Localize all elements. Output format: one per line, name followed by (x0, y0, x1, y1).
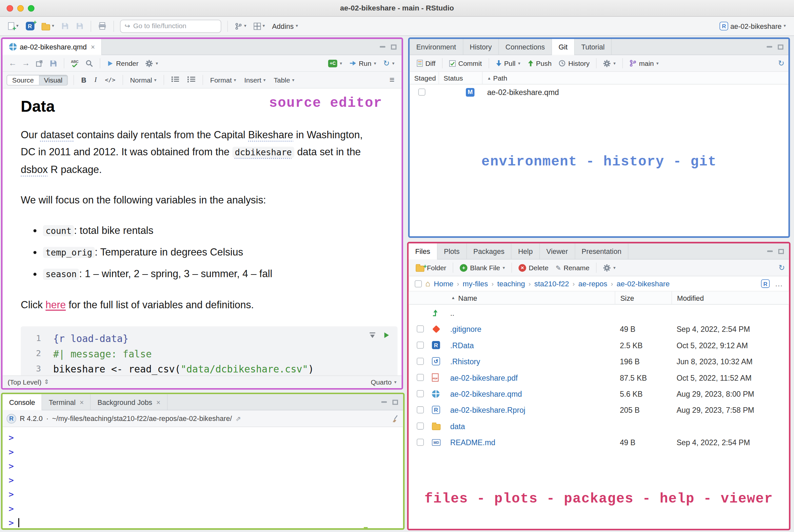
bullet-list-button[interactable] (167, 75, 183, 85)
new-folder-button[interactable]: Folder (413, 262, 449, 273)
minimize-window-button[interactable] (17, 5, 24, 12)
tab-git[interactable]: Git (552, 39, 575, 55)
breadcrumb-home[interactable]: Home (434, 280, 454, 288)
paragraph-style-dropdown[interactable]: Normal ▾ (127, 75, 160, 84)
scope-stepper-icon[interactable]: ⇕ (44, 378, 49, 385)
scope-indicator[interactable]: (Top Level) (7, 378, 41, 386)
close-tab-icon[interactable]: × (91, 43, 95, 51)
breadcrumb-ae-02-bikeshare[interactable]: ae-02-bikeshare (617, 280, 670, 288)
file-name-link[interactable]: data (450, 422, 465, 430)
minimize-pane-icon[interactable] (767, 251, 773, 252)
save-button[interactable] (58, 20, 72, 32)
file-row[interactable]: ae-02-bikeshare.pdf 87.5 KB Oct 5, 2022,… (409, 369, 789, 385)
git-settings-button[interactable]: ▾ (600, 58, 618, 69)
file-checkbox[interactable] (417, 439, 424, 446)
spellcheck-button[interactable]: ABC (68, 58, 81, 69)
tab-ae-02-bikeshare-qmd[interactable]: ae-02-bikeshare.qmd × (3, 39, 102, 55)
tab-environment[interactable]: Environment (410, 39, 463, 55)
document-mode[interactable]: Quarto (371, 378, 392, 386)
push-button[interactable]: Push (524, 58, 555, 69)
staged-checkbox[interactable] (418, 89, 426, 96)
tab-help[interactable]: Help (512, 243, 540, 259)
new-file-button[interactable]: ▾ (5, 20, 21, 32)
print-button[interactable] (95, 20, 109, 32)
zoom-window-button[interactable] (28, 5, 34, 12)
file-name-link[interactable]: ae-02-bikeshare.pdf (450, 373, 518, 382)
breadcrumb-sta210-f22[interactable]: sta210-f22 (534, 280, 569, 288)
select-all-checkbox[interactable] (415, 280, 422, 287)
files-more-button[interactable]: ▾ (600, 262, 618, 273)
branch-selector[interactable]: main ▾ (627, 58, 662, 69)
column-name[interactable]: ▲ Name (409, 291, 615, 304)
run-chunk-icon[interactable] (383, 332, 389, 338)
column-size[interactable]: Size (615, 291, 671, 304)
file-row-up[interactable]: .. (409, 305, 789, 321)
maximize-pane-icon[interactable] (778, 249, 784, 253)
render-settings-button[interactable]: ▾ (143, 58, 161, 69)
code-chunk[interactable]: 1{r load-data} 2#| message: false 3bikes… (21, 326, 397, 375)
git-file-row[interactable]: M ae-02-bikeshare.qmd (410, 84, 789, 100)
rename-button[interactable]: ✎ Rename (552, 262, 592, 273)
blank-file-button[interactable]: + Blank File ▾ (457, 262, 508, 273)
breadcrumb-teaching[interactable]: teaching (497, 280, 525, 288)
minimize-pane-icon[interactable] (381, 401, 387, 403)
file-row[interactable]: data (409, 418, 789, 434)
file-name-link[interactable]: .gitignore (450, 325, 481, 333)
outline-icon[interactable]: ≡ (387, 75, 398, 85)
minimize-pane-icon[interactable] (380, 46, 385, 48)
workspace-panes-button[interactable]: ▾ (251, 21, 268, 32)
breadcrumb-ae-repos[interactable]: ae-repos (578, 280, 607, 288)
maximize-pane-icon[interactable] (392, 399, 398, 404)
close-tab-icon[interactable]: × (156, 398, 161, 406)
column-staged[interactable]: Staged (410, 72, 439, 84)
forward-icon[interactable]: → (20, 59, 32, 68)
delete-button[interactable]: × Delete (516, 262, 552, 273)
run-chunks-above-icon[interactable] (369, 332, 376, 338)
tab-viewer[interactable]: Viewer (540, 243, 575, 259)
refresh-icon[interactable]: ↻ (779, 263, 785, 272)
insert-menu[interactable]: Insert ▾ (241, 75, 269, 84)
goto-file-input[interactable] (133, 22, 217, 30)
tab-files[interactable]: Files (409, 243, 437, 259)
file-row[interactable]: ↺ .Rhistory 196 B Jun 8, 2023, 10:32 AM (409, 353, 789, 369)
file-row[interactable]: R ae-02-bikeshare.Rproj 205 B Aug 29, 20… (409, 402, 789, 418)
commit-button[interactable]: Commit (446, 58, 485, 69)
here-link[interactable]: here (45, 299, 66, 310)
tab-packages[interactable]: Packages (467, 243, 512, 259)
minimize-pane-icon[interactable] (767, 46, 772, 48)
addins-menu[interactable]: Addins ▾ (269, 20, 301, 32)
document-body[interactable]: Data Our dataset contains daily rentals … (3, 89, 402, 375)
open-directory-icon[interactable]: ⇗ (235, 415, 241, 422)
file-checkbox[interactable] (417, 325, 424, 332)
italic-button[interactable]: I (91, 75, 100, 85)
close-window-button[interactable] (6, 5, 13, 12)
breadcrumb-ellipsis-button[interactable]: ... (775, 280, 783, 288)
tab-history[interactable]: History (463, 39, 499, 55)
save-all-button[interactable] (73, 20, 87, 32)
column-modified[interactable]: Modified (671, 291, 789, 304)
maximize-pane-icon[interactable] (778, 44, 783, 49)
visual-mode-button[interactable]: Visual (39, 75, 68, 84)
file-name-link[interactable]: README.md (450, 438, 495, 446)
close-tab-icon[interactable]: × (80, 398, 84, 406)
table-menu[interactable]: Table ▾ (270, 75, 298, 84)
pull-button[interactable]: Pull ▾ (493, 58, 523, 69)
history-button[interactable]: History (556, 58, 593, 69)
project-selector[interactable]: R ae-02-bikeshare ▾ (717, 20, 789, 33)
tab-connections[interactable]: Connections (499, 39, 552, 55)
file-name-link[interactable]: ae-02-bikeshare.Rproj (450, 405, 525, 414)
tab-terminal[interactable]: Terminal× (42, 394, 91, 410)
file-row[interactable]: ae-02-bikeshare.qmd 5.6 KB Aug 29, 2023,… (409, 385, 789, 402)
popout-button[interactable] (33, 58, 45, 68)
numbered-list-button[interactable] (184, 75, 199, 85)
file-name-link[interactable]: .RData (450, 341, 474, 349)
tab-console[interactable]: Console (3, 394, 42, 410)
render-button[interactable]: Render (104, 58, 142, 69)
breadcrumb-my-files[interactable]: my-files (463, 280, 488, 288)
open-file-button[interactable]: ▾ (38, 20, 57, 32)
file-row[interactable]: MD README.md 49 B Sep 4, 2022, 2:54 PM (409, 434, 789, 450)
file-name-link[interactable]: .. (450, 308, 455, 317)
tab-presentation[interactable]: Presentation (575, 243, 628, 259)
maximize-pane-icon[interactable] (391, 44, 396, 49)
save-document-button[interactable] (47, 58, 60, 69)
